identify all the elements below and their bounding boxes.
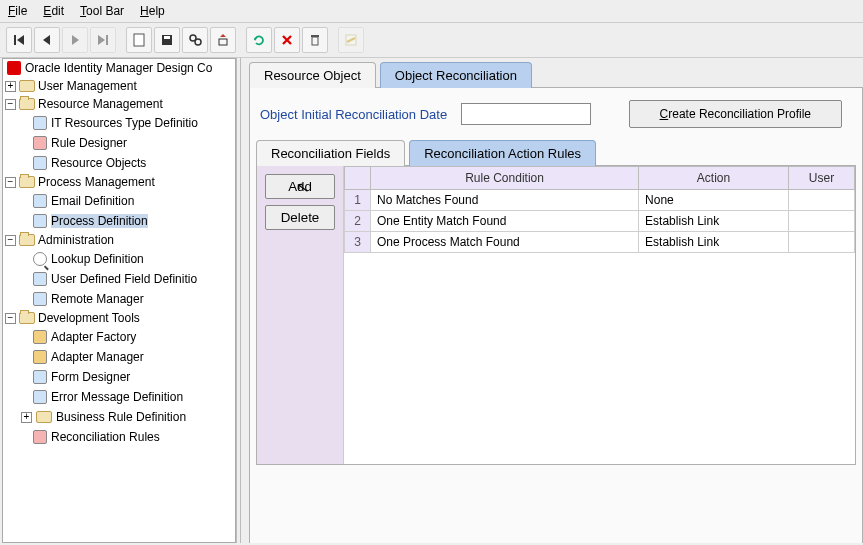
leaf-label: Rule Designer [51, 136, 127, 150]
leaf-error-message-def[interactable]: Error Message Definition [5, 387, 235, 407]
leaf-rule-designer[interactable]: Rule Designer [5, 133, 235, 153]
tab-resource-object[interactable]: Resource Object [249, 62, 376, 88]
folder-open-icon [19, 312, 35, 324]
folder-open-icon [19, 98, 35, 110]
prev-record-button[interactable] [34, 27, 60, 53]
leaf-label: User Defined Field Definitio [51, 272, 197, 286]
next-record-button[interactable] [62, 27, 88, 53]
app-icon [7, 61, 21, 75]
notes-button[interactable] [338, 27, 364, 53]
expander-icon[interactable]: − [5, 235, 16, 246]
leaf-email-definition[interactable]: Email Definition [5, 191, 235, 211]
tab-recon-fields[interactable]: Reconciliation Fields [256, 140, 405, 166]
expander-icon[interactable]: + [21, 412, 32, 423]
top-tabs: Resource Object Object Reconciliation [249, 62, 863, 88]
cell-user[interactable] [788, 190, 854, 211]
expander-icon[interactable]: + [5, 81, 16, 92]
gear-icon [33, 330, 47, 344]
resource-icon [33, 156, 47, 170]
leaf-user-defined-field[interactable]: User Defined Field Definitio [5, 269, 235, 289]
leaf-lookup-definition[interactable]: Lookup Definition [5, 249, 235, 269]
table-row[interactable]: 3One Process Match FoundEstablish Link [345, 232, 855, 253]
menu-toolbar[interactable]: Tool Bar [80, 4, 124, 18]
expander-icon[interactable]: − [5, 177, 16, 188]
menu-edit[interactable]: Edit [43, 4, 64, 18]
svg-point-10 [195, 39, 201, 45]
svg-marker-2 [43, 35, 50, 45]
content-panel: Resource Object Object Reconciliation Ob… [241, 58, 863, 543]
gear-icon [33, 350, 47, 364]
error-icon [33, 390, 47, 404]
leaf-adapter-manager[interactable]: Adapter Manager [5, 347, 235, 367]
cell-rule[interactable]: No Matches Found [371, 190, 639, 211]
folder-label: User Management [38, 79, 137, 93]
save-button[interactable] [154, 27, 180, 53]
leaf-form-designer[interactable]: Form Designer [5, 367, 235, 387]
recon-date-input[interactable] [461, 103, 591, 125]
folder-label: Resource Management [38, 97, 163, 111]
tree-root[interactable]: Oracle Identity Manager Design Co [3, 59, 235, 77]
menu-help[interactable]: Help [140, 4, 165, 18]
create-recon-profile-button[interactable]: Create Reconciliation Profile [629, 100, 842, 128]
folder-icon [36, 411, 52, 423]
cell-action[interactable]: Establish Link [639, 211, 789, 232]
navigation-tree: Oracle Identity Manager Design Co + User… [2, 58, 236, 543]
folder-business-rule-def[interactable]: + Business Rule Definition [5, 407, 235, 427]
folder-administration[interactable]: − Administration [5, 231, 235, 249]
cancel-button[interactable] [274, 27, 300, 53]
delete-button[interactable] [302, 27, 328, 53]
table-row[interactable]: 1No Matches FoundNone [345, 190, 855, 211]
folder-label: Business Rule Definition [56, 410, 186, 424]
leaf-resource-objects[interactable]: Resource Objects [5, 153, 235, 173]
export-button[interactable] [210, 27, 236, 53]
col-user: User [788, 167, 854, 190]
col-rownum [345, 167, 371, 190]
folder-development-tools[interactable]: − Development Tools [5, 309, 235, 327]
folder-icon [19, 80, 35, 92]
leaf-it-resources-type[interactable]: IT Resources Type Definitio [5, 113, 235, 133]
folder-label: Development Tools [38, 311, 140, 325]
cell-action[interactable]: Establish Link [639, 232, 789, 253]
tab-recon-action-rules[interactable]: Reconciliation Action Rules [409, 140, 596, 166]
recon-date-label: Object Initial Reconciliation Date [260, 107, 447, 122]
leaf-label: Adapter Factory [51, 330, 136, 344]
cell-action[interactable]: None [639, 190, 789, 211]
svg-marker-3 [72, 35, 79, 45]
leaf-process-definition[interactable]: Process Definition [5, 211, 235, 231]
leaf-label: Lookup Definition [51, 252, 144, 266]
folder-process-management[interactable]: − Process Management [5, 173, 235, 191]
rule-icon [33, 430, 47, 444]
cell-rule[interactable]: One Entity Match Found [371, 211, 639, 232]
svg-rect-5 [106, 35, 108, 45]
leaf-label: Reconciliation Rules [51, 430, 160, 444]
menu-bar: File Edit Tool Bar Help [0, 0, 863, 23]
folder-resource-management[interactable]: − Resource Management [5, 95, 235, 113]
leaf-adapter-factory[interactable]: Adapter Factory [5, 327, 235, 347]
expander-icon[interactable]: − [5, 313, 16, 324]
new-button[interactable] [126, 27, 152, 53]
leaf-remote-manager[interactable]: Remote Manager [5, 289, 235, 309]
cell-rule[interactable]: One Process Match Found [371, 232, 639, 253]
first-record-button[interactable] [6, 27, 32, 53]
delete-rule-button[interactable]: Delete [265, 205, 335, 230]
svg-rect-0 [14, 35, 16, 45]
expander-icon[interactable]: − [5, 99, 16, 110]
table-row[interactable]: 2One Entity Match FoundEstablish Link [345, 211, 855, 232]
leaf-label: Adapter Manager [51, 350, 144, 364]
refresh-button[interactable] [246, 27, 272, 53]
menu-file[interactable]: File [8, 4, 27, 18]
tab-object-reconciliation[interactable]: Object Reconciliation [380, 62, 532, 88]
folder-user-management[interactable]: + User Management [5, 77, 235, 95]
last-record-button[interactable] [90, 27, 116, 53]
find-button[interactable] [182, 27, 208, 53]
leaf-label: Email Definition [51, 194, 134, 208]
cell-rownum: 1 [345, 190, 371, 211]
email-icon [33, 194, 47, 208]
leaf-reconciliation-rules[interactable]: Reconciliation Rules [5, 427, 235, 447]
svg-marker-4 [98, 35, 105, 45]
add-button[interactable]: Add [265, 174, 335, 199]
cell-user[interactable] [788, 211, 854, 232]
process-icon [33, 214, 47, 228]
cell-user[interactable] [788, 232, 854, 253]
leaf-label: Resource Objects [51, 156, 146, 170]
